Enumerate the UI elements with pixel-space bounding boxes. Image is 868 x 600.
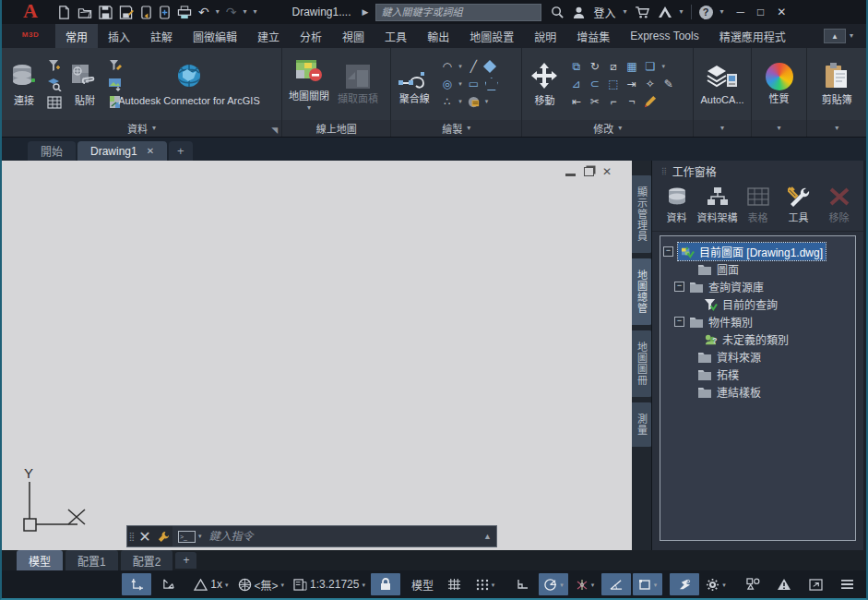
tree-node-link-templates[interactable]: 連結樣板: [663, 383, 852, 401]
circle-dropdown-icon[interactable]: ▾: [458, 80, 462, 88]
tree-node-query-library[interactable]: − 查詢資源庫: [663, 278, 852, 295]
autodesk-dropdown-icon[interactable]: ▾: [680, 8, 684, 16]
clipboard-panel-label[interactable]: ▾: [807, 120, 866, 137]
offset-icon[interactable]: ⊂: [588, 78, 601, 91]
rotate-icon[interactable]: ↻: [588, 60, 601, 74]
collapse-icon[interactable]: −: [674, 282, 684, 292]
side-tab-survey[interactable]: 測量: [632, 402, 652, 447]
osnap-dropdown-icon[interactable]: ▾: [654, 582, 658, 588]
isodraft-toggle[interactable]: [153, 573, 183, 595]
data-panel-label[interactable]: 資料▾ ◥: [2, 120, 281, 137]
object-snap-toggle[interactable]: ▾: [633, 573, 662, 595]
save-to-mobile-icon[interactable]: [140, 6, 152, 19]
ribbon-tab-analyze[interactable]: 分析: [290, 24, 332, 48]
collapse-icon[interactable]: −: [663, 246, 673, 257]
data-table-icon[interactable]: [47, 95, 62, 110]
modify-panel-label[interactable]: 修改▾: [522, 120, 693, 137]
ribbon-tab-output[interactable]: 輸出: [417, 24, 459, 48]
map-close-button[interactable]: 地圖關閉 ▾: [286, 54, 332, 114]
side-tab-display-manager[interactable]: 顯示管理員: [632, 175, 652, 253]
ribbon-tab-featured-apps[interactable]: 精選應用程式: [709, 24, 796, 48]
break-icon[interactable]: ✂: [588, 95, 601, 109]
point-dropdown-icon[interactable]: ▾: [458, 98, 462, 105]
tree-node-topologies[interactable]: 拓樸: [663, 366, 852, 383]
tree-node-current-drawing[interactable]: − 目前圖面 [Drawing1.dwg]: [663, 243, 852, 260]
drawing-close-icon[interactable]: ✕: [602, 165, 612, 178]
undo-dropdown-icon[interactable]: ▾: [216, 8, 220, 16]
stretch-icon[interactable]: ⬚: [606, 78, 620, 91]
status-bar-menu-control[interactable]: [832, 573, 862, 595]
autocad-panel-label[interactable]: ▾: [694, 120, 751, 137]
solid-icon[interactable]: [483, 60, 496, 73]
properties-button[interactable]: 性質: [763, 61, 796, 107]
chamfer-icon[interactable]: ¬: [624, 95, 638, 109]
query-edit-icon[interactable]: [108, 58, 123, 73]
side-tab-map-explorer[interactable]: 地圖總管: [632, 258, 652, 325]
lengthen-icon[interactable]: ⇤: [569, 95, 583, 109]
point-icon[interactable]: ∴: [440, 95, 454, 109]
coordinate-system-dropdown-icon[interactable]: ▾: [281, 582, 285, 588]
search-input[interactable]: [375, 4, 541, 21]
snap-dropdown-icon[interactable]: ▾: [492, 582, 495, 588]
polar-tracking-toggle[interactable]: ▾: [539, 573, 568, 595]
app-store-cart-icon[interactable]: [635, 6, 650, 19]
snap-toggle[interactable]: ▾: [470, 573, 500, 595]
capture-area-button[interactable]: 擷取面積: [335, 61, 381, 107]
ribbon-tab-create[interactable]: 建立: [247, 24, 290, 48]
online-map-panel-label[interactable]: 線上地圖: [282, 120, 390, 137]
insert-image-icon[interactable]: [108, 77, 123, 91]
circle-icon[interactable]: ◎: [440, 78, 454, 91]
redo-icon[interactable]: ↷: [226, 6, 237, 18]
command-input[interactable]: [208, 529, 480, 544]
arcgis-connector-button[interactable]: Autodesk Connector for ArcGIS: [127, 59, 251, 109]
otrack-dropdown-icon[interactable]: ▾: [591, 582, 595, 588]
signin-dropdown-icon[interactable]: ▾: [623, 8, 626, 16]
autocad-layers-button[interactable]: AutoCA...: [697, 60, 746, 108]
annotation-monitor-control[interactable]: [769, 573, 799, 595]
command-line-grip[interactable]: ⣿: [127, 526, 136, 546]
isolate-objects-control[interactable]: [738, 573, 767, 595]
customization-gear-control[interactable]: ▾: [701, 573, 731, 595]
ribbon-tab-home[interactable]: 常用: [55, 24, 98, 48]
file-tab-close-icon[interactable]: ✕: [147, 146, 154, 156]
ribbon-tab-tools[interactable]: 工具: [375, 24, 417, 48]
drawing-restore-icon[interactable]: [584, 167, 594, 176]
attach-button[interactable]: 貼附: [66, 59, 103, 109]
layout-tab-layout1[interactable]: 配置1: [65, 550, 118, 571]
ribbon-tab-feature-edit[interactable]: 圖徵編輯: [183, 24, 247, 48]
draw-panel-label[interactable]: 繪製▾: [391, 120, 521, 137]
coords-display-toggle[interactable]: [122, 573, 151, 595]
command-prompt-icon[interactable]: >_▾: [172, 531, 208, 543]
ribbon-tab-map-setup[interactable]: 地圖設置: [459, 24, 524, 48]
tree-node-drawings[interactable]: 圖面: [663, 260, 852, 278]
open-from-mobile-icon[interactable]: [159, 6, 171, 19]
tree-node-current-query[interactable]: 目前的查詢: [663, 295, 852, 313]
ortho-toggle[interactable]: [507, 573, 537, 595]
map-scale-dropdown-icon[interactable]: ▾: [362, 582, 365, 588]
isometric-angle-toggle[interactable]: [601, 573, 631, 595]
properties-panel-label[interactable]: ▾: [752, 120, 807, 137]
taskpane-data-button[interactable]: 資料: [658, 186, 696, 224]
file-tab-drawing1[interactable]: Drawing1 ✕: [77, 141, 167, 161]
mirror-icon[interactable]: ⊿: [569, 78, 583, 91]
help-dropdown-icon[interactable]: ▾: [720, 8, 724, 16]
annotation-scale-control[interactable]: 1x▾: [190, 573, 232, 595]
line-icon[interactable]: ╱: [467, 60, 481, 74]
object-snap-tracking-toggle[interactable]: ▾: [570, 573, 600, 595]
dialog-launcher-icon[interactable]: ◥: [271, 126, 278, 135]
hatch-icon[interactable]: [467, 95, 481, 109]
minimize-button[interactable]: ─: [737, 6, 745, 18]
taskpane-remove-button[interactable]: 移除: [820, 186, 858, 224]
tree-node-data-sources[interactable]: 資料來源: [663, 348, 852, 366]
trim-extend-icon[interactable]: ⇥: [624, 78, 638, 91]
layer-dropdown-icon[interactable]: ▾: [661, 63, 665, 70]
erase-icon[interactable]: ✎: [661, 78, 675, 91]
polygon-icon[interactable]: [485, 78, 498, 90]
ribbon-tab-view[interactable]: 視圖: [332, 24, 375, 48]
file-tab-start[interactable]: 開始: [28, 141, 76, 161]
taskpane-table-button[interactable]: 表格: [739, 186, 777, 224]
drawing-minimize-icon[interactable]: [565, 174, 576, 176]
tree-node-undefined-class[interactable]: ? 未定義的類別: [663, 330, 852, 348]
ribbon-tab-addins[interactable]: 增益集: [566, 24, 620, 48]
ribbon-tab-insert[interactable]: 插入: [98, 24, 140, 48]
